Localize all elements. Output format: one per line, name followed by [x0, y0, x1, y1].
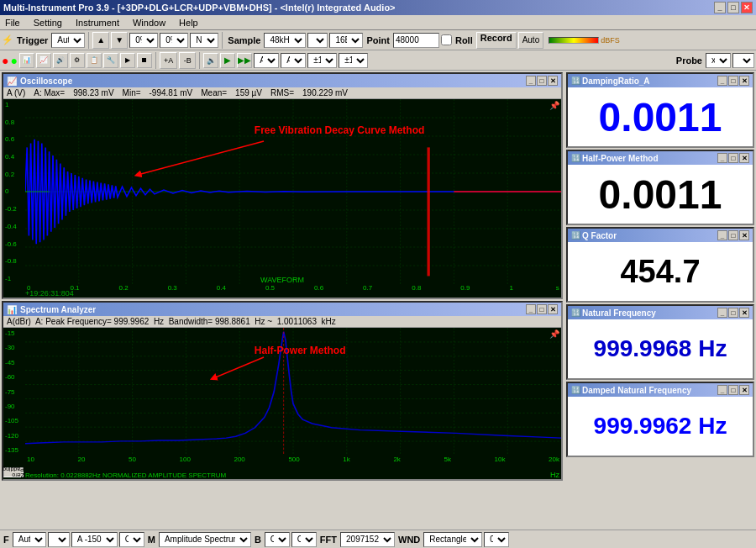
osc-title-btns: _ □ ✕ — [526, 76, 558, 86]
play-icon[interactable]: ▶ — [220, 53, 235, 68]
f-label: F — [2, 535, 11, 545]
menu-setting[interactable]: Setting — [30, 18, 66, 28]
damping-ratio-title: 🔢 DampingRatio_A _ □ ✕ — [568, 74, 753, 87]
df-max-btn[interactable]: □ — [728, 385, 738, 395]
icon-btn-2[interactable]: 📈 — [36, 53, 51, 68]
trigger-select[interactable]: Auto — [51, 33, 85, 48]
sep2 — [222, 32, 223, 49]
osc-min-btn[interactable]: _ — [526, 76, 536, 86]
qf-max-btn[interactable]: □ — [728, 230, 738, 240]
hp-close-btn[interactable]: ✕ — [739, 153, 749, 163]
icon-btn-7[interactable]: ▶ — [120, 53, 135, 68]
nf-min-btn[interactable]: _ — [717, 308, 727, 318]
off1-select[interactable]: Off — [119, 532, 144, 547]
sy-5: -75 — [5, 388, 24, 396]
ch-b-btn[interactable]: -B — [179, 52, 196, 69]
auto-select[interactable]: Auto — [13, 532, 46, 547]
sy-9: -135 — [5, 446, 24, 454]
sy-6: -90 — [5, 403, 24, 410]
sample-select[interactable]: 48kHz — [264, 33, 306, 48]
sy-8: -120 — [5, 432, 24, 440]
icon-btn-4[interactable]: ⚙ — [70, 53, 85, 68]
sx-100: 100 — [180, 456, 191, 467]
zero-padding-btn[interactable]: Zero Padding — [3, 467, 24, 477]
pct-select[interactable]: 0% — [484, 532, 509, 547]
dr-close-btn[interactable]: ✕ — [739, 76, 749, 86]
amp-select[interactable]: Amplitude Spectrum — [159, 532, 251, 547]
q-factor-panel: 🔢 Q Factor _ □ ✕ 454.7 — [566, 227, 754, 303]
bit-select[interactable]: 16Bit — [329, 33, 363, 48]
spec-max-btn[interactable]: □ — [537, 304, 547, 314]
fft-select[interactable]: 2097152 — [340, 532, 395, 547]
natural-freq-value: 999.9968 Hz — [568, 319, 753, 378]
hp-min-btn[interactable]: _ — [717, 153, 727, 163]
spec-q-val: 1.0011063 — [277, 317, 317, 326]
icon-btn-3[interactable]: 🔊 — [53, 53, 68, 68]
roll-checkbox[interactable] — [441, 34, 452, 45]
dr-min-btn[interactable]: _ — [717, 76, 727, 86]
spec-y-axis: -15 -30 -45 -60 -75 -90 -105 -120 -135 — [3, 328, 25, 456]
rect-select[interactable]: Rectangle — [423, 532, 482, 547]
toolbar-row2: ● ● 📊 📈 🔊 ⚙ 📋 🔧 ▶ ⏹ +A -B 🔈 ▶ ▶▶ AC AC ±… — [0, 50, 756, 71]
menu-file[interactable]: File — [2, 18, 24, 28]
record-button[interactable]: Record — [476, 32, 517, 49]
hp-max-btn[interactable]: □ — [728, 153, 738, 163]
qf-min-btn[interactable]: _ — [717, 230, 727, 240]
v2-select[interactable]: ±1V — [339, 53, 368, 68]
df-min-btn[interactable]: _ — [717, 385, 727, 395]
y-m1: -1 — [5, 275, 24, 282]
dr-max-btn[interactable]: □ — [728, 76, 738, 86]
osc-max-btn[interactable]: □ — [537, 76, 547, 86]
menu-instrument[interactable]: Instrument — [72, 18, 123, 28]
spec-bw-val: 998.8861 — [215, 317, 250, 326]
y-0.8: 0.8 — [5, 119, 24, 126]
probe-select[interactable]: x1 — [706, 53, 731, 68]
qf-close-btn[interactable]: ✕ — [739, 230, 749, 240]
ch-a-btn[interactable]: +A — [160, 52, 177, 69]
v1-select[interactable]: ±1V — [307, 53, 337, 68]
nf-close-btn[interactable]: ✕ — [739, 308, 749, 318]
m-label: M — [146, 535, 157, 545]
maximize-btn[interactable]: □ — [727, 2, 739, 13]
df-close-btn[interactable]: ✕ — [739, 385, 749, 395]
icon-btn-1[interactable]: 📊 — [19, 53, 34, 68]
play2-icon[interactable]: ▶▶ — [237, 53, 252, 68]
nil-select[interactable]: NIL — [190, 33, 218, 48]
osc-close-btn[interactable]: ✕ — [548, 76, 558, 86]
auto-btn[interactable]: Auto — [518, 32, 544, 49]
close-btn[interactable]: ✕ — [741, 2, 753, 13]
off3-select[interactable]: Off — [291, 532, 317, 547]
ac-select2[interactable]: AC — [281, 53, 306, 68]
spec-plot: -15 -30 -45 -60 -75 -90 -105 -120 -135 — [3, 328, 561, 479]
nf-max-btn[interactable]: □ — [728, 308, 738, 318]
ac-select1[interactable]: AC — [254, 53, 279, 68]
channel-select[interactable]: A — [307, 33, 328, 48]
icon-btn-5[interactable]: 📋 — [87, 53, 102, 68]
volume-icon[interactable]: 🔈 — [203, 53, 218, 68]
db-select[interactable]: A -150dB — [71, 532, 118, 547]
hp-icon: 🔢 — [571, 154, 580, 162]
menu-help[interactable]: Help — [176, 18, 202, 28]
wnd-label: WND — [396, 535, 422, 545]
trigger-pct1[interactable]: 0% — [129, 33, 158, 48]
x1-bottom-select[interactable]: x1 — [48, 532, 70, 547]
spec-min-btn[interactable]: _ — [526, 304, 536, 314]
x-0.6: 0.6 — [314, 284, 323, 298]
trigger-pct2[interactable]: 0% — [160, 33, 188, 48]
menu-bar: File Setting Instrument Window Help — [0, 15, 756, 30]
menu-window[interactable]: Window — [129, 18, 169, 28]
sx-20k: 20k — [549, 456, 559, 467]
svg-rect-19 — [428, 147, 430, 276]
icon-btn-6[interactable]: 🔧 — [103, 53, 118, 68]
minimize-btn[interactable]: _ — [714, 2, 726, 13]
icon-btn-8[interactable]: ⏹ — [137, 53, 152, 68]
down-btn[interactable]: ▼ — [111, 32, 128, 49]
up-btn[interactable]: ▲ — [92, 32, 109, 49]
bottom-toolbar: F Auto x1 A -150dB Off M Amplitude Spect… — [0, 530, 756, 548]
x1-select[interactable]: x1 — [732, 53, 754, 68]
x-unit: s — [556, 284, 559, 298]
off2-select[interactable]: Off — [265, 532, 290, 547]
point-label: Point — [365, 35, 391, 45]
point-input[interactable] — [393, 33, 439, 48]
spec-close-btn[interactable]: ✕ — [548, 304, 558, 314]
